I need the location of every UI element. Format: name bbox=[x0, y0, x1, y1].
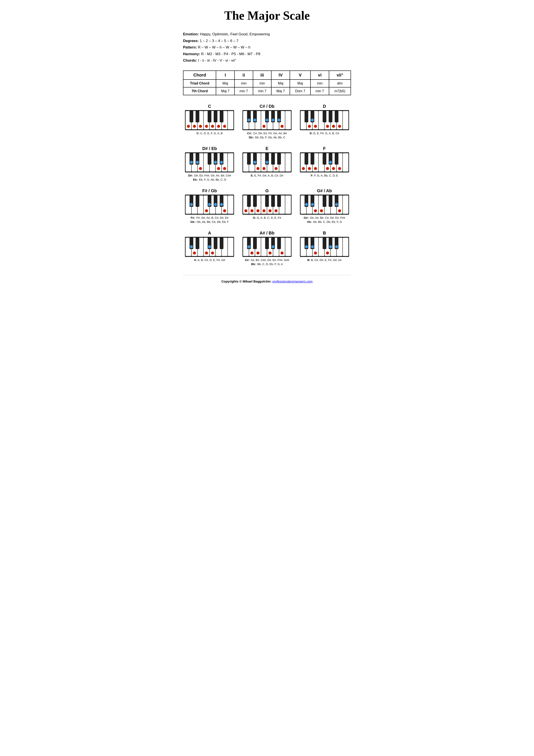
svg-rect-70 bbox=[228, 153, 233, 172]
svg-point-232 bbox=[326, 252, 329, 255]
svg-point-155 bbox=[263, 209, 266, 212]
key-item: G# / AbG#:: G#, A#, B#, C#, D#, E#, F##A… bbox=[298, 188, 351, 224]
svg-rect-151 bbox=[285, 196, 291, 214]
info-section: Emotion: Happy, Optimistic, Feel Good, E… bbox=[183, 31, 351, 64]
svg-point-154 bbox=[256, 209, 260, 212]
svg-point-214 bbox=[281, 252, 284, 255]
svg-rect-95 bbox=[247, 153, 251, 164]
svg-point-80 bbox=[196, 161, 199, 164]
svg-point-220 bbox=[247, 245, 250, 248]
svg-point-212 bbox=[256, 252, 260, 255]
key-note-label: G#:: G#, A#, B#, C#, D#, E#, F##Ab:: Ab,… bbox=[304, 216, 345, 224]
key-item: FF: F, G, A, Bb, C, D, E bbox=[298, 146, 351, 182]
svg-point-116 bbox=[338, 167, 341, 170]
svg-rect-16 bbox=[190, 111, 193, 122]
svg-rect-160 bbox=[265, 196, 269, 207]
key-item: BB: B, C#, D#, E, F#, G#, A# bbox=[298, 230, 351, 266]
svg-point-174 bbox=[338, 209, 341, 212]
svg-rect-19 bbox=[214, 111, 217, 122]
svg-point-54 bbox=[332, 125, 335, 128]
svg-rect-117 bbox=[305, 153, 308, 164]
svg-point-141 bbox=[214, 203, 217, 206]
key-item: AA: A, B, C#, D, E, F#, G# bbox=[183, 230, 236, 266]
svg-rect-199 bbox=[220, 238, 223, 249]
footer-link[interactable]: professionalcomposers.com bbox=[272, 280, 313, 283]
svg-rect-119 bbox=[323, 153, 326, 164]
key-item: C# / DbC#:: C#, D#, E#, F#, G#, A#, B#Db… bbox=[241, 104, 294, 140]
svg-point-73 bbox=[223, 167, 226, 170]
svg-point-173 bbox=[320, 209, 323, 212]
svg-rect-110 bbox=[343, 153, 348, 172]
key-title: C bbox=[208, 104, 211, 109]
svg-point-53 bbox=[326, 125, 329, 128]
svg-point-172 bbox=[314, 209, 317, 212]
key-title: F bbox=[323, 146, 326, 151]
svg-rect-91 bbox=[285, 153, 291, 172]
chords-label: Chords: bbox=[183, 58, 197, 63]
svg-point-13 bbox=[211, 125, 214, 128]
svg-rect-210 bbox=[285, 238, 291, 256]
svg-rect-29 bbox=[285, 111, 291, 129]
svg-rect-17 bbox=[196, 111, 199, 122]
svg-rect-76 bbox=[208, 153, 211, 164]
svg-rect-131 bbox=[228, 196, 233, 214]
svg-point-231 bbox=[314, 252, 317, 255]
key-title: E bbox=[266, 146, 268, 151]
svg-point-37 bbox=[247, 119, 250, 122]
svg-rect-219 bbox=[277, 238, 281, 249]
svg-rect-99 bbox=[277, 153, 281, 164]
keys-grid: CC: C, D, E, F, G, A, BC# / DbC#:: C#, D… bbox=[183, 104, 351, 266]
svg-rect-159 bbox=[253, 196, 257, 207]
key-title: A# / Bb bbox=[260, 230, 274, 235]
svg-rect-171 bbox=[343, 196, 348, 214]
svg-rect-18 bbox=[208, 111, 211, 122]
svg-point-12 bbox=[205, 125, 208, 128]
degrees-label: Degrees: bbox=[183, 39, 199, 43]
svg-rect-98 bbox=[271, 153, 275, 164]
svg-rect-198 bbox=[214, 238, 217, 249]
svg-point-238 bbox=[305, 245, 308, 248]
svg-point-81 bbox=[214, 161, 217, 164]
key-note-label: E: E, F#, G#, A, B, C#, D# bbox=[251, 174, 283, 178]
key-title: A bbox=[208, 230, 211, 235]
svg-point-213 bbox=[268, 252, 271, 255]
svg-point-79 bbox=[190, 161, 193, 164]
svg-rect-135 bbox=[196, 196, 199, 207]
svg-point-113 bbox=[314, 167, 317, 170]
key-title: G# / Ab bbox=[317, 188, 332, 193]
svg-rect-191 bbox=[228, 238, 233, 256]
piano-diagram bbox=[242, 152, 292, 173]
key-item: F# / GbF#:: F#, G#, A#, B, C#, D#, E#Gb:… bbox=[183, 188, 236, 224]
svg-rect-161 bbox=[271, 196, 275, 207]
piano-diagram bbox=[242, 195, 292, 215]
emotion-label: Emotion: bbox=[183, 32, 199, 36]
key-note-label: A#:: A#, B#, C##, D#, E#, F##, G##Bb:: B… bbox=[245, 258, 289, 266]
svg-point-31 bbox=[281, 125, 284, 128]
svg-point-239 bbox=[311, 245, 314, 248]
svg-point-140 bbox=[208, 203, 211, 206]
svg-point-92 bbox=[256, 167, 260, 170]
piano-diagram bbox=[300, 110, 349, 130]
svg-rect-59 bbox=[329, 111, 332, 122]
key-item: DD: D, E, F#, G, A, B, C# bbox=[298, 104, 351, 140]
key-title: G bbox=[265, 188, 269, 193]
svg-point-241 bbox=[335, 245, 338, 248]
svg-point-133 bbox=[223, 209, 226, 212]
svg-rect-216 bbox=[253, 238, 257, 249]
svg-point-111 bbox=[302, 167, 305, 170]
page-title: The Major Scale bbox=[183, 9, 351, 22]
svg-rect-20 bbox=[220, 111, 223, 122]
svg-point-192 bbox=[193, 252, 196, 255]
svg-point-182 bbox=[335, 203, 338, 206]
harmony-value: R - M2 - M3 - P4 - P5 - M6 - M7 - P8 bbox=[200, 52, 260, 56]
svg-point-52 bbox=[314, 125, 317, 128]
piano-diagram bbox=[185, 110, 234, 130]
pattern-value: R – W – W – h – W – W – W – h bbox=[197, 45, 250, 49]
svg-point-101 bbox=[266, 161, 268, 164]
svg-point-39 bbox=[266, 119, 268, 122]
svg-rect-230 bbox=[343, 238, 348, 256]
svg-point-221 bbox=[271, 245, 274, 248]
emotion-value: Happy, Optimistic, Feel Good, Empowering bbox=[199, 32, 270, 36]
svg-point-61 bbox=[311, 119, 314, 122]
key-title: C# / Db bbox=[260, 104, 274, 109]
